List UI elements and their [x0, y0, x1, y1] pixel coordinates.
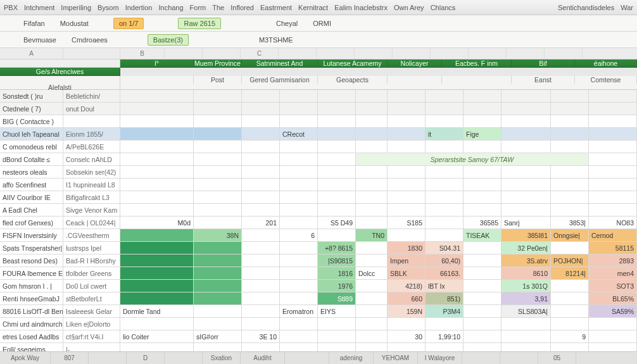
cell[interactable]	[356, 343, 388, 351]
ribbon-button[interactable]	[255, 22, 267, 25]
menu-item[interactable]: Inflored	[230, 4, 254, 11]
cell[interactable]	[120, 128, 194, 140]
cell[interactable]	[194, 128, 242, 140]
cell[interactable]: 9	[551, 330, 589, 342]
cell[interactable]	[120, 153, 194, 165]
cell[interactable]	[388, 318, 426, 330]
column-header[interactable]: Eacbes. F inm	[442, 60, 512, 68]
cell[interactable]	[280, 292, 318, 304]
menu-item[interactable]: Own Arey	[394, 4, 424, 11]
cell[interactable]	[589, 128, 637, 140]
menu-item[interactable]: War	[621, 4, 633, 11]
cell[interactable]: S5 D49	[318, 217, 356, 229]
cell[interactable]	[501, 204, 551, 216]
cell[interactable]	[356, 179, 388, 191]
table-row[interactable]: C omonodeus reblA/PeBL626E	[0, 141, 637, 153]
cell[interactable]	[356, 254, 388, 267]
cell[interactable]	[242, 90, 280, 102]
cell[interactable]	[318, 141, 356, 153]
menu-item[interactable]: Sentichandisdeles	[558, 4, 614, 11]
table-row[interactable]: dBond Cotalte ≤Conselc nAhLDSperarstsite…	[0, 153, 637, 166]
table-row[interactable]: FOURA Ibemence Esltfolbder Greens1816Dol…	[0, 267, 637, 280]
table-row[interactable]: Chuol leh TapeanalEionm 1855/CRecotitFig…	[0, 128, 637, 141]
cell[interactable]	[280, 153, 318, 165]
cell[interactable]	[388, 179, 426, 191]
cell[interactable]	[120, 179, 194, 191]
column-letter[interactable]	[317, 48, 355, 60]
cell[interactable]	[589, 90, 637, 102]
cell[interactable]: sIG#orr	[194, 330, 242, 342]
cell[interactable]: it	[426, 128, 464, 140]
cell[interactable]	[426, 217, 464, 229]
cell[interactable]	[356, 166, 388, 178]
menu-item[interactable]: Kernitract	[298, 4, 328, 11]
cell[interactable]	[280, 330, 318, 342]
cell[interactable]	[464, 191, 501, 203]
ribbon-button[interactable]: Bastze(3)	[148, 34, 189, 46]
cell[interactable]	[551, 166, 589, 178]
cell[interactable]: 6	[280, 229, 318, 241]
column-header[interactable]: Nolicayer	[388, 60, 442, 68]
cell[interactable]: BL65%	[589, 292, 637, 304]
column-letter[interactable]	[469, 48, 507, 60]
table-row[interactable]: fled crof Genxes)Ceack | OL0244|M0d201S5…	[0, 217, 637, 229]
cell[interactable]: 60,40)	[426, 254, 464, 267]
cell[interactable]	[280, 141, 318, 153]
column-header[interactable]: Lutanese Acamemy	[318, 60, 388, 68]
column-header[interactable]: Ge/s Alrenciwes	[0, 68, 120, 76]
cell[interactable]	[318, 153, 356, 165]
cell[interactable]	[280, 179, 318, 191]
cell[interactable]: SA59%	[589, 305, 637, 317]
cell[interactable]	[318, 179, 356, 191]
cell[interactable]	[120, 229, 194, 241]
table-row[interactable]: Eoll/ ssegeims|-	[0, 343, 637, 351]
cell[interactable]	[551, 115, 589, 127]
cell[interactable]	[464, 280, 501, 292]
cell[interactable]: Dormle Tand	[120, 305, 194, 317]
table-row[interactable]: BIG ( Contactce )	[0, 115, 637, 128]
table-row[interactable]: Sonstedt ( )ruBebletichin/	[0, 90, 637, 103]
column-letter[interactable]: A	[0, 48, 63, 60]
cell[interactable]	[280, 204, 318, 216]
cell[interactable]	[551, 318, 589, 330]
cell[interactable]	[464, 204, 501, 216]
cell[interactable]: 38N	[194, 229, 242, 241]
cell[interactable]	[194, 318, 242, 330]
menu-item[interactable]: Bysom	[98, 4, 119, 11]
cell[interactable]: TN0	[356, 229, 388, 241]
cell[interactable]	[551, 90, 589, 102]
cell[interactable]	[356, 318, 388, 330]
column-letter[interactable]	[431, 48, 469, 60]
column-header[interactable]: Muem Province	[194, 60, 242, 68]
cell[interactable]	[589, 115, 637, 127]
cell[interactable]	[280, 267, 318, 279]
cell[interactable]: 36585	[464, 217, 501, 229]
cell[interactable]	[501, 191, 551, 203]
cell[interactable]	[120, 90, 194, 102]
cell[interactable]	[464, 90, 501, 102]
cell[interactable]	[426, 166, 464, 178]
cell[interactable]	[551, 191, 589, 203]
cell[interactable]: P3M4	[426, 305, 464, 317]
cell[interactable]	[551, 305, 589, 317]
column-letter[interactable]	[393, 48, 431, 60]
cell[interactable]	[356, 204, 388, 216]
column-header[interactable]: Bif	[512, 60, 575, 68]
cell[interactable]	[280, 318, 318, 330]
cell[interactable]	[589, 191, 637, 203]
cell[interactable]	[426, 90, 464, 102]
cell[interactable]: POJHON|	[551, 254, 589, 267]
ribbon-button[interactable]	[148, 22, 159, 25]
cell[interactable]	[464, 141, 501, 153]
cell[interactable]	[318, 90, 356, 102]
cell[interactable]	[242, 191, 280, 203]
cell[interactable]	[464, 103, 501, 115]
cell[interactable]	[356, 90, 388, 102]
cell[interactable]: 58115	[589, 242, 637, 254]
cell[interactable]	[388, 343, 426, 351]
cell[interactable]: Fige	[464, 128, 501, 140]
cell[interactable]	[194, 280, 242, 292]
cell[interactable]	[242, 115, 280, 127]
cell[interactable]	[464, 254, 501, 267]
cell[interactable]: NO83	[589, 217, 637, 229]
